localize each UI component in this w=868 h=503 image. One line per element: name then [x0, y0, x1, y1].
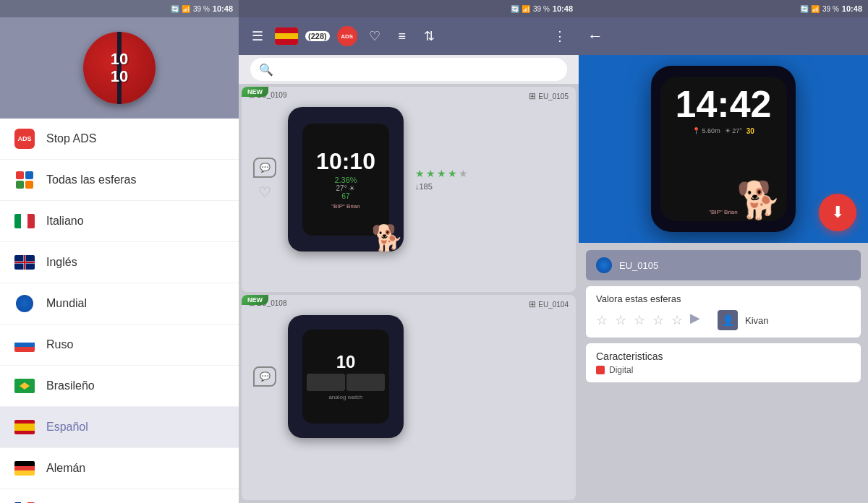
eu-label-0105: EU_0105 — [529, 91, 569, 101]
digital-label: Digital — [596, 365, 851, 375]
dog-character: 🐕 — [736, 182, 781, 218]
card-body-0104: 💬 10 analog watch — [242, 309, 576, 444]
flag-ruso-icon — [14, 335, 35, 355]
flag-count-badge: (228) — [305, 31, 330, 41]
watch-card-eu0105[interactable]: ⊞ EU_0109 EU_0105 NEW 💬 ♡ 10:10 2.36% 27… — [242, 87, 576, 292]
sidebar-item-italiano[interactable]: Italiano — [0, 201, 239, 242]
flag-ingles-icon — [14, 252, 35, 272]
comment-icon-0105[interactable]: 💬 — [253, 158, 276, 178]
card-top-eu0104: ⊞ EU_0108 EU_0104 — [242, 295, 576, 309]
back-button[interactable]: ← — [587, 27, 603, 46]
big-watch-time: 14:42 — [676, 85, 772, 123]
download-fab-button[interactable]: ⬇ — [819, 194, 856, 231]
watch-card-eu0104[interactable]: ⊞ EU_0108 EU_0104 NEW 💬 10 — [242, 295, 576, 500]
card-top-eu0105: ⊞ EU_0109 EU_0105 — [242, 87, 576, 101]
sidebar-label-italiano: Italiano — [46, 215, 84, 228]
time-left: 10:48 — [213, 4, 233, 13]
rating-stars-row: ☆ ☆ ☆ ☆ ☆ ▶ 👤 Kivan — [596, 310, 851, 330]
battery-right: 39 % — [822, 5, 839, 13]
flag-badge[interactable] — [275, 27, 298, 45]
watch-screen-0104: 10 analog watch — [302, 330, 389, 424]
more-options-icon[interactable]: ⋮ — [550, 26, 570, 46]
ads-icon: ADS — [14, 129, 35, 149]
status-bar-middle: 🔄 📶 39 % 10:48 — [239, 0, 579, 17]
sidebar-item-todas-esferas[interactable]: Todas las esferas — [0, 160, 239, 201]
star-2[interactable]: ☆ — [615, 312, 626, 328]
caracteristicas-section: Caracteristicas Digital — [586, 343, 861, 382]
new-badge-0105: NEW — [242, 87, 268, 97]
sidebar-label-ruso: Ruso — [46, 338, 73, 351]
watch-time-0105: 10:10 — [316, 150, 375, 173]
status-icons-middle: 🔄 📶 — [511, 5, 530, 13]
download-icon: ⬇ — [831, 203, 844, 222]
search-bar[interactable]: 🔍 — [250, 58, 567, 81]
rating-section: Valora estas esferas ☆ ☆ ☆ ☆ ☆ ▶ 👤 Kivan — [586, 286, 861, 338]
comment-icon-0104[interactable]: 💬 — [253, 366, 276, 387]
watch-image-0105[interactable]: 10:10 2.36% 27° ☀ 67 "BIP" Brian 🐕 — [288, 107, 404, 252]
app-logo-area: 10 10 — [0, 17, 239, 119]
user-avatar: 👤 — [718, 310, 738, 330]
big-watch-screen: 14:42 📍 5.60m ☀ 27° 30 🐕 "BIP" Brian — [660, 77, 787, 221]
app-logo: 10 10 — [83, 32, 156, 104]
middle-content: ⊞ EU_0109 EU_0105 NEW 💬 ♡ 10:10 2.36% 27… — [239, 84, 579, 503]
heart-toolbar-icon[interactable]: ♡ — [365, 26, 385, 46]
time-middle: 10:48 — [553, 4, 573, 13]
grid-icon — [14, 170, 35, 190]
star-4[interactable]: ☆ — [652, 312, 664, 328]
star-5[interactable]: ☆ — [671, 312, 683, 328]
sidebar-item-brasileno[interactable]: Brasileño — [0, 366, 239, 407]
flag-aleman-icon — [14, 458, 35, 478]
watch-image-0104[interactable]: 10 analog watch — [288, 315, 404, 438]
world-globe-icon — [596, 257, 612, 273]
middle-toolbar: ☰ (228) ADS ♡ ≡ ⇅ ⋮ — [239, 17, 579, 55]
battery-left: 39 % — [193, 5, 210, 13]
eu-label-0104: EU_0104 — [529, 299, 569, 309]
status-bar-left: 🔄 📶 39 % 10:48 — [0, 0, 239, 17]
sidebar-item-aleman[interactable]: Alemán — [0, 448, 239, 489]
sidebar-label-mundial: Mundial — [46, 297, 87, 310]
flag-frances-icon — [14, 499, 35, 503]
middle-search-area: 🔍 — [239, 55, 579, 84]
sidebar-item-frances[interactable]: Francés — [0, 489, 239, 503]
app-logo-text: 10 10 — [111, 51, 128, 85]
star-rating-0105: ★★★★★ — [415, 168, 564, 179]
watch-screen-0105: 10:10 2.36% 27° ☀ 67 "BIP" Brian — [302, 124, 389, 236]
download-count-0105: ↓185 — [415, 182, 564, 191]
flag-brasileno-icon — [14, 376, 35, 396]
flag-espanol-icon — [14, 417, 35, 437]
flag-italiano-icon — [14, 211, 35, 231]
new-badge-0104: NEW — [242, 295, 268, 305]
sidebar-label-espanol: Español — [46, 421, 88, 434]
watch-id-row: EU_0105 — [586, 250, 861, 280]
card-right-0105: ★★★★★ ↓185 — [415, 168, 564, 191]
panel-middle: 🔄 📶 39 % 10:48 ☰ (228) ADS ♡ ≡ ⇅ ⋮ 🔍 — [239, 0, 579, 503]
sidebar-item-espanol[interactable]: Español — [0, 407, 239, 448]
status-bar-right: 🔄 📶 39 % 10:48 — [579, 0, 868, 17]
star-1[interactable]: ☆ — [596, 312, 608, 328]
caracteristicas-title: Caracteristicas — [596, 351, 851, 362]
dog-name: "BIP" Brian — [709, 209, 737, 215]
status-icons-left: 🔄 📶 — [171, 5, 190, 13]
status-icons-right: 🔄 📶 — [800, 5, 820, 13]
search-icon: 🔍 — [259, 63, 273, 77]
sidebar-label-stop-ads: Stop ADS — [46, 132, 96, 145]
right-toolbar: ← — [579, 17, 868, 55]
sidebar-item-stop-ads[interactable]: ADS Stop ADS — [0, 119, 239, 160]
sort-icon[interactable]: ⇅ — [420, 26, 440, 46]
star-3[interactable]: ☆ — [634, 312, 645, 328]
sidebar-label-ingles: Inglés — [46, 256, 77, 269]
sidebar-item-mundial[interactable]: Mundial — [0, 283, 239, 324]
sidebar-label-todas-esferas: Todas las esferas — [46, 173, 137, 186]
filter-icon[interactable]: ≡ — [392, 26, 412, 46]
heart-icon-0105[interactable]: ♡ — [258, 184, 271, 201]
watch-id-label: EU_0105 — [619, 260, 658, 271]
sidebar-item-ingles[interactable]: Inglés — [0, 242, 239, 283]
panel-sidebar: 🔄 📶 39 % 10:48 10 10 ADS Stop ADS — [0, 0, 239, 503]
sidebar-item-ruso[interactable]: Ruso — [0, 324, 239, 366]
panel-right: 🔄 📶 39 % 10:48 ← 14:42 📍 5.60m ☀ 27° 30 … — [579, 0, 868, 503]
send-rating-button[interactable]: ▶ — [690, 310, 710, 330]
flag-mundial-icon — [14, 293, 35, 314]
ads-toolbar-badge[interactable]: ADS — [337, 26, 357, 46]
hamburger-menu-icon[interactable]: ☰ — [247, 26, 268, 46]
card-body-0105: 💬 ♡ 10:10 2.36% 27° ☀ 67 "BIP" Brian 🐕 — [242, 101, 576, 257]
